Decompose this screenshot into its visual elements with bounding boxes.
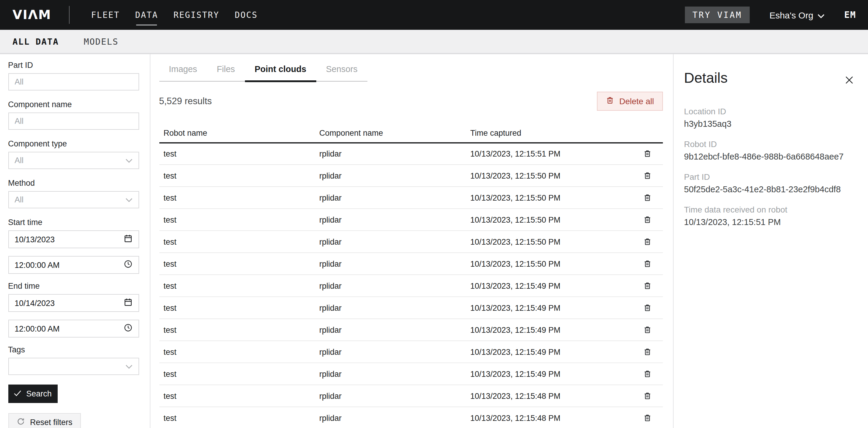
delete-row-button[interactable] [642,191,653,203]
data-main-panel: Images Files Point clouds Sensors 5,529 … [150,54,674,428]
try-viam-button[interactable]: TRY VIAM [685,6,750,23]
trash-icon [643,261,652,270]
nav-item-data[interactable]: DATA [135,0,158,30]
table-row[interactable]: test rplidar 10/13/2023, 12:15:50 PM [159,209,663,231]
table-row[interactable]: test rplidar 10/13/2023, 12:15:51 PM [159,143,663,165]
close-details-button[interactable] [842,73,856,87]
trash-icon [643,349,652,358]
cell-component-name: rplidar [315,341,466,363]
calendar-icon[interactable] [123,297,132,308]
cell-robot-name: test [159,407,315,428]
trash-icon [643,195,652,204]
subnav-tab-all-data[interactable]: ALL DATA [12,37,59,47]
delete-row-button[interactable] [642,169,653,181]
delete-row-button[interactable] [642,257,653,269]
tab-files[interactable]: Files [207,64,245,81]
tab-point-clouds[interactable]: Point clouds [245,64,316,81]
detail-field-time-data-received-on-robot: Time data received on robot 10/13/2023, … [684,205,856,227]
cell-component-name: rplidar [315,187,466,209]
org-name: Esha's Org [769,10,813,20]
cell-time-captured: 10/13/2023, 12:15:51 PM [466,143,606,165]
filter-component-type: Component type All [8,139,138,169]
table-row[interactable]: test rplidar 10/13/2023, 12:15:50 PM [159,187,663,209]
nav-right-group: TRY VIAM Esha's Org EM [685,6,856,23]
filter-tags: Tags [8,345,138,375]
table-row[interactable]: test rplidar 10/13/2023, 12:15:49 PM [159,275,663,297]
reset-filters-label: Reset filters [30,418,72,427]
delete-row-button[interactable] [642,280,653,291]
delete-row-button[interactable] [642,411,653,424]
nav-item-fleet[interactable]: FLEET [91,0,120,30]
tab-images[interactable]: Images [159,64,207,81]
delete-row-button[interactable] [642,213,653,225]
cell-robot-name: test [159,275,315,297]
cell-robot-name: test [159,385,315,407]
filter-component-name: Component name [8,100,138,130]
cell-time-captured: 10/13/2023, 12:15:50 PM [466,165,606,187]
filter-part-id: Part ID [8,61,138,90]
trash-icon [643,173,652,182]
tab-sensors[interactable]: Sensors [316,64,367,81]
component-type-select[interactable]: All [8,152,139,169]
trash-icon [643,415,652,424]
cell-time-captured: 10/13/2023, 12:15:50 PM [466,253,606,275]
filter-method: Method All [8,178,138,208]
delete-row-button[interactable] [642,390,653,401]
table-row[interactable]: test rplidar 10/13/2023, 12:15:48 PM [159,407,663,428]
avatar[interactable]: EM [844,9,856,20]
start-time-input[interactable]: 12:00:00 AM [8,256,139,274]
table-row[interactable]: test rplidar 10/13/2023, 12:15:49 PM [159,297,663,319]
component-name-label: Component name [8,100,138,109]
cell-time-captured: 10/13/2023, 12:15:49 PM [466,275,606,297]
delete-row-button[interactable] [642,235,653,247]
table-row[interactable]: test rplidar 10/13/2023, 12:15:49 PM [159,363,663,385]
table-row[interactable]: test rplidar 10/13/2023, 12:15:50 PM [159,253,663,275]
delete-row-button[interactable] [642,302,653,313]
cell-robot-name: test [159,253,315,275]
delete-row-button[interactable] [642,323,653,336]
nav-item-registry[interactable]: REGISTRY [174,0,219,30]
data-subnav: ALL DATA MODELS [0,30,868,54]
clock-icon[interactable] [123,260,132,270]
cell-time-captured: 10/13/2023, 12:15:50 PM [466,187,606,209]
chevron-down-icon [125,195,132,204]
org-switcher[interactable]: Esha's Org [769,10,824,20]
delete-all-button[interactable]: Delete all [597,92,663,110]
component-type-label: Component type [8,139,138,148]
table-row[interactable]: test rplidar 10/13/2023, 12:15:48 PM [159,385,663,407]
delete-row-button[interactable] [642,368,653,379]
start-date-input[interactable]: 10/13/2023 [8,230,139,248]
table-row[interactable]: test rplidar 10/13/2023, 12:15:49 PM [159,341,663,363]
subnav-tab-models[interactable]: MODELS [84,37,119,47]
method-label: Method [8,178,138,188]
search-button[interactable]: Search [8,384,57,403]
table-row[interactable]: test rplidar 10/13/2023, 12:15:50 PM [159,231,663,253]
calendar-icon[interactable] [123,234,132,245]
nav-item-docs[interactable]: DOCS [235,0,258,30]
filters-sidebar: Part ID Component name Component type Al… [0,54,150,428]
method-select[interactable]: All [8,191,139,208]
detail-field-robot-id: Robot ID 9b12ebcf-bfe8-486e-988b-6a66864… [684,139,856,161]
reset-filters-button[interactable]: Reset filters [8,413,81,428]
delete-row-button[interactable] [642,148,653,160]
start-time-label: Start time [8,218,138,227]
cell-robot-name: test [159,165,315,187]
end-date-input[interactable]: 10/14/2023 [8,294,139,312]
tags-select[interactable] [8,358,139,375]
component-type-value: All [14,156,24,165]
cell-component-name: rplidar [315,363,466,385]
part-id-label: Part ID [8,61,138,69]
search-button-label: Search [26,389,52,398]
trash-icon [643,305,652,314]
delete-row-button[interactable] [642,346,653,358]
close-icon [844,79,855,87]
end-time-input[interactable]: 12:00:00 AM [8,320,139,338]
component-name-input[interactable] [8,113,139,130]
table-row[interactable]: test rplidar 10/13/2023, 12:15:49 PM [159,319,663,341]
trash-icon [643,327,652,336]
part-id-input[interactable] [8,73,139,90]
trash-icon [606,96,614,107]
detail-field-part-id: Part ID 50f25de2-5a3c-41e2-8b81-23e2f9b4… [684,172,856,194]
clock-icon[interactable] [123,323,132,334]
table-row[interactable]: test rplidar 10/13/2023, 12:15:50 PM [159,165,663,187]
